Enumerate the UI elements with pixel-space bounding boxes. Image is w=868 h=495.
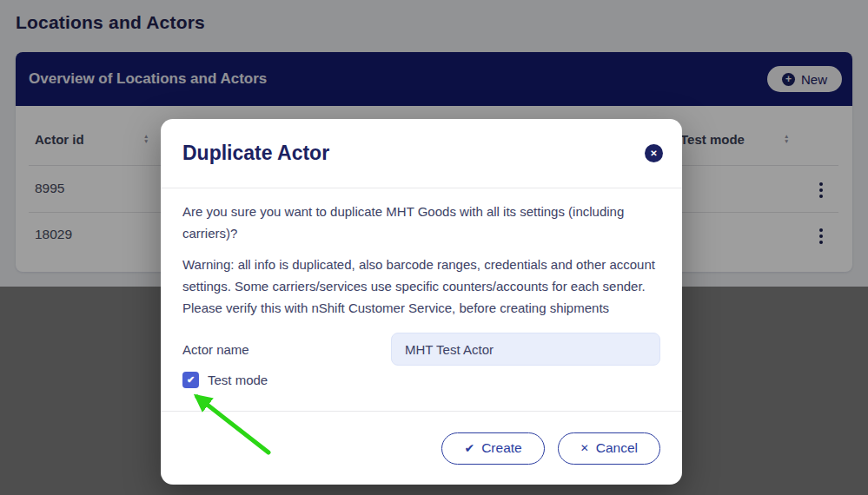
confirm-message: Are you sure you want to duplicate MHT G… <box>182 201 656 244</box>
test-mode-checkbox[interactable]: ✔ <box>182 372 199 388</box>
actor-name-input[interactable] <box>391 333 660 366</box>
cancel-button-label: Cancel <box>596 440 638 456</box>
create-button[interactable]: ✔ Create <box>441 432 544 465</box>
modal-footer: ✔ Create ✕ Cancel <box>161 411 682 485</box>
actor-name-label: Actor name <box>182 342 391 357</box>
close-icon[interactable]: ✕ <box>645 144 663 162</box>
test-mode-label: Test mode <box>208 373 268 387</box>
modal-body: Are you sure you want to duplicate MHT G… <box>161 188 682 411</box>
test-mode-row: ✔ Test mode <box>182 372 660 388</box>
x-icon: ✕ <box>580 443 589 453</box>
actor-name-row: Actor name <box>182 333 660 366</box>
checkmark-icon: ✔ <box>464 442 474 454</box>
warning-message: Warning: all info is duplicated, also ba… <box>182 254 669 319</box>
create-button-label: Create <box>481 440 522 456</box>
modal-title: Duplicate Actor <box>182 142 329 165</box>
duplicate-actor-modal: Duplicate Actor ✕ Are you sure you want … <box>161 119 682 485</box>
modal-header: Duplicate Actor ✕ <box>161 119 682 188</box>
cancel-button[interactable]: ✕ Cancel <box>558 432 660 465</box>
